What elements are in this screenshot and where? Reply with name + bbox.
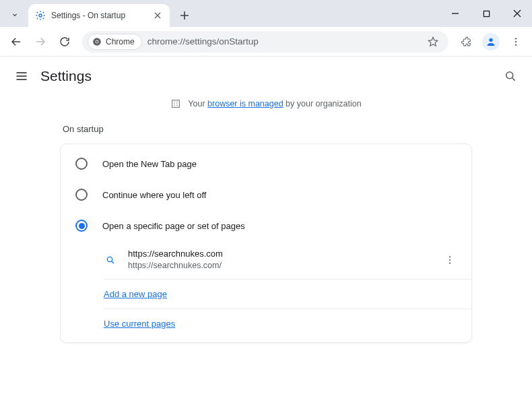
site-chip[interactable]: Chrome [88,34,142,50]
extensions-button[interactable] [455,31,477,53]
titlebar: Settings - On startup [0,0,532,27]
use-current-pages-link[interactable]: Use current pages [104,319,175,329]
startup-page-title: https://searchnukes.com [128,248,440,260]
managed-link[interactable]: browser is managed [207,99,284,108]
add-new-page-link[interactable]: Add a new page [104,289,167,299]
tab-search-button[interactable] [5,5,24,24]
maximize-button[interactable] [477,4,496,23]
new-tab-button[interactable] [175,6,194,25]
svg-point-12 [449,256,451,257]
svg-point-11 [107,257,112,261]
maximize-icon [483,10,490,18]
svg-point-7 [515,40,517,42]
browser-tab[interactable]: Settings - On startup [28,4,170,27]
reload-icon [59,36,71,48]
person-icon [486,36,496,47]
radio-option-new-tab[interactable]: Open the New Tab page [61,148,471,179]
startup-page-row: https://searchnukes.com https://searchnu… [104,241,471,280]
page-more-button[interactable] [440,251,459,269]
tab-close-button[interactable] [152,10,163,21]
radio-label: Continue where you left off [102,190,206,200]
radio-label: Open a specific page or set of pages [102,221,245,231]
reload-button[interactable] [54,31,75,53]
tab-title: Settings - On startup [51,11,152,20]
bookmark-button[interactable] [427,36,439,48]
forward-button[interactable] [30,31,51,53]
page-title: Settings [40,68,92,84]
radio-icon [75,158,88,170]
radio-option-continue[interactable]: Continue where you left off [61,179,471,210]
back-button[interactable] [5,31,27,53]
close-window-button[interactable] [508,4,527,23]
omnibox[interactable]: Chrome chrome://settings/onStartup [82,31,448,53]
plus-icon [180,11,189,20]
chevron-down-icon [11,11,19,19]
svg-point-9 [506,71,513,78]
startup-card: Open the New Tab page Continue where you… [60,143,472,343]
more-vert-icon [444,255,455,265]
building-icon [170,98,181,109]
menu-toggle-button[interactable] [9,64,34,88]
svg-point-4 [96,40,98,43]
gear-icon [35,10,46,21]
settings-header: Settings [0,57,532,96]
svg-point-13 [449,259,451,261]
use-current-row: Use current pages [104,309,471,338]
svg-point-0 [39,14,42,17]
puzzle-icon [461,36,472,47]
site-chip-label: Chrome [106,37,135,46]
profile-button[interactable] [482,33,500,51]
content: Your browser is managed by your organiza… [0,96,532,343]
radio-icon [75,189,88,201]
close-icon [513,9,521,18]
arrow-left-icon [10,36,22,48]
minimize-button[interactable] [446,4,465,23]
managed-banner: Your browser is managed by your organiza… [170,98,361,109]
startup-page-url: https://searchnukes.com/ [128,260,440,272]
menu-button[interactable] [505,31,527,53]
section-label: On startup [63,124,472,134]
star-icon [427,36,439,48]
arrow-right-icon [34,36,46,48]
svg-point-6 [515,38,517,39]
search-settings-button[interactable] [498,64,523,88]
managed-text: Your browser is managed by your organiza… [188,99,361,108]
svg-rect-10 [172,100,180,108]
add-page-row: Add a new page [104,280,471,309]
search-page-icon [104,253,117,267]
specific-pages-block: https://searchnukes.com https://searchnu… [61,241,471,338]
svg-point-8 [515,44,517,45]
radio-option-specific[interactable]: Open a specific page or set of pages [61,210,471,241]
window-controls [446,4,527,23]
radio-icon [75,220,88,232]
svg-point-14 [449,262,451,263]
close-icon [154,12,161,19]
toolbar: Chrome chrome://settings/onStartup [0,27,532,57]
svg-rect-1 [484,11,489,16]
svg-point-5 [489,38,492,41]
search-icon [504,69,517,83]
radio-label: Open the New Tab page [102,159,197,169]
search-icon [105,255,116,265]
url-text: chrome://settings/onStartup [147,36,422,46]
hamburger-icon [15,69,28,83]
chrome-icon [92,37,102,46]
minimize-icon [451,9,459,18]
more-vert-icon [510,36,521,47]
